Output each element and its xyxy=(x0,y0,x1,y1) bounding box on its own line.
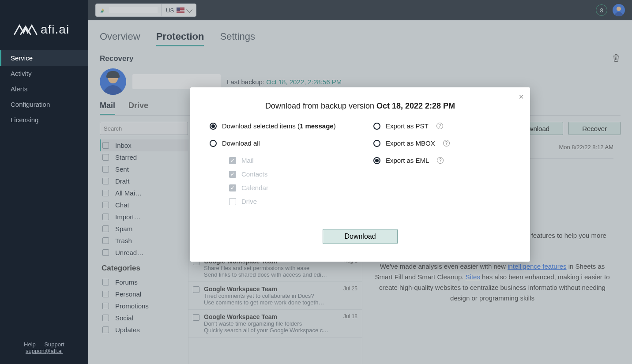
sidebar-item-service[interactable]: Service xyxy=(0,50,88,66)
radio-download-all[interactable]: Download all xyxy=(210,139,347,147)
modal-close-button[interactable]: × xyxy=(519,92,524,102)
radio-label: Export as PST xyxy=(386,122,429,130)
radio-export-mbox[interactable]: Export as MBOX ? xyxy=(373,139,511,147)
sidebar-item-label: Alerts xyxy=(11,85,27,93)
sidebar-item-alerts[interactable]: Alerts xyxy=(0,81,88,97)
sidebar-item-activity[interactable]: Activity xyxy=(0,66,88,81)
sidebar-item-label: Activity xyxy=(11,70,32,77)
sidebar-item-licensing[interactable]: Licensing xyxy=(0,112,88,128)
footer-email-link[interactable]: support@afi.ai xyxy=(26,348,63,354)
modal-title: Download from backup version Oct 18, 202… xyxy=(210,101,511,111)
check-label: Contacts xyxy=(241,170,267,178)
checkbox-icon xyxy=(229,198,236,205)
radio-export-pst[interactable]: Export as PST ? xyxy=(373,122,511,130)
help-icon[interactable]: ? xyxy=(443,140,450,146)
radio-icon xyxy=(373,123,380,130)
radio-icon xyxy=(210,140,217,147)
check-label: Mail xyxy=(241,157,254,164)
modal-overlay: × Download from backup version Oct 18, 2… xyxy=(88,0,632,364)
logo-icon xyxy=(13,22,38,37)
radio-label: Export as EML xyxy=(386,157,429,164)
sidebar-item-label: Service xyxy=(11,54,33,62)
brand-text: afi.ai xyxy=(41,23,69,37)
brand-logo: afi.ai xyxy=(0,9,88,50)
radio-label: Export as MBOX xyxy=(386,139,435,147)
radio-download-selected[interactable]: Download selected items (1 message) xyxy=(210,122,347,130)
sidebar-item-label: Configuration xyxy=(11,101,50,108)
modal-download-button[interactable]: Download xyxy=(323,229,397,244)
radio-icon xyxy=(210,123,217,130)
checkbox-icon xyxy=(229,171,236,178)
footer-help-link[interactable]: Help xyxy=(24,341,36,348)
sidebar-nav: Service Activity Alerts Configuration Li… xyxy=(0,50,88,335)
check-label: Drive xyxy=(241,198,257,205)
help-icon[interactable]: ? xyxy=(437,157,444,164)
radio-export-eml[interactable]: Export as EML ? xyxy=(373,157,511,164)
check-contacts: Contacts xyxy=(229,170,347,178)
sidebar-item-configuration[interactable]: Configuration xyxy=(0,97,88,112)
check-drive: Drive xyxy=(229,198,347,205)
radio-icon xyxy=(373,157,380,164)
sidebar-item-label: Licensing xyxy=(11,116,38,124)
sidebar-footer: Help Support support@afi.ai xyxy=(0,335,88,364)
footer-support-link[interactable]: Support xyxy=(44,341,64,348)
check-calendar: Calendar xyxy=(229,184,347,191)
help-icon[interactable]: ? xyxy=(436,123,443,129)
radio-icon xyxy=(373,140,380,147)
radio-label: Download all xyxy=(222,139,260,147)
checkbox-icon xyxy=(229,184,236,191)
download-modal: × Download from backup version Oct 18, 2… xyxy=(190,87,530,262)
check-mail: Mail xyxy=(229,157,347,164)
check-label: Calendar xyxy=(241,184,268,191)
checkbox-icon xyxy=(229,157,236,164)
